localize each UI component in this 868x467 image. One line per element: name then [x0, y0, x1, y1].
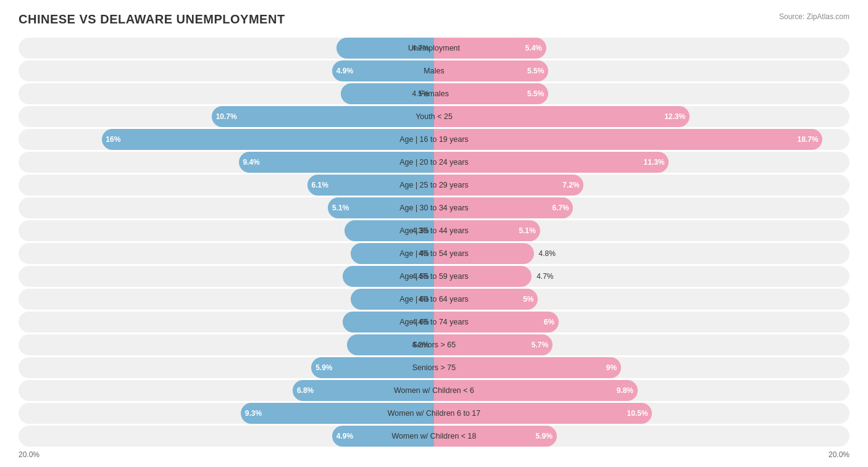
- bar-value-right: 9.8%: [617, 386, 633, 395]
- bar-value-right: 12.3%: [664, 112, 685, 121]
- chart-row: Age | 45 to 54 years4%4.8%: [19, 243, 849, 264]
- chart-row: Age | 65 to 74 years4.4%6%: [19, 312, 849, 333]
- bar-center-label: Seniors > 75: [412, 363, 456, 372]
- chart-header: Chinese vs Delaware Unemployment Source:…: [19, 12, 849, 27]
- bar-value-right: 10.5%: [627, 409, 648, 418]
- bar-right: [434, 357, 621, 378]
- bar-value-left: 9.4%: [243, 158, 259, 167]
- bar-value-right: 4.8%: [536, 249, 556, 258]
- chart-title: Chinese vs Delaware Unemployment: [19, 12, 285, 27]
- bar-value-right: 11.3%: [643, 158, 664, 167]
- bar-center-label: Age | 16 to 19 years: [399, 135, 469, 144]
- bar-value-left: 6.8%: [297, 386, 314, 395]
- bar-value-left: 5.9%: [315, 363, 332, 372]
- chart-row: Women w/ Children < 184.9%5.9%: [19, 426, 849, 447]
- bar-value-left: 4.9%: [336, 67, 353, 75]
- bar-value-left: 4.2%: [412, 341, 432, 349]
- bar-value-right: 5.5%: [527, 89, 544, 98]
- axis-labels: 20.0% 20.0%: [19, 450, 849, 459]
- bar-value-left: 4.4%: [412, 272, 432, 281]
- bar-center-label: Age | 30 to 34 years: [399, 204, 469, 212]
- bar-value-right: 6.7%: [552, 204, 569, 212]
- bar-right: [434, 106, 690, 127]
- bar-center-label: Age | 55 to 59 years: [399, 272, 469, 281]
- chart-row: Women w/ Children 6 to 179.3%10.5%: [19, 403, 849, 424]
- bar-value-right: 9%: [606, 363, 617, 372]
- bar-center-label: Youth < 25: [415, 112, 453, 121]
- chart-row: Age | 16 to 19 years16%18.7%: [19, 129, 849, 150]
- bar-left: [212, 106, 434, 127]
- bar-center-label: Age | 25 to 29 years: [399, 181, 469, 189]
- bar-value-right: 5.4%: [525, 44, 542, 52]
- bar-value-left: 4.7%: [412, 44, 432, 52]
- bar-value-left: 4%: [419, 295, 432, 304]
- bar-center-label: Age | 35 to 44 years: [399, 226, 469, 235]
- axis-left-label: 20.0%: [19, 450, 40, 459]
- chart-row: Unemployment4.7%5.4%: [19, 38, 849, 59]
- bar-value-left: 4.3%: [412, 226, 432, 235]
- chart-container: Chinese vs Delaware Unemployment Source:…: [19, 12, 849, 467]
- chart-row: Seniors > 755.9%9%: [19, 357, 849, 378]
- bar-value-left: 4.5%: [412, 89, 432, 98]
- bar-center-label: Males: [424, 67, 444, 75]
- chart-row: Age | 20 to 24 years9.4%11.3%: [19, 152, 849, 173]
- chart-row: Youth < 2510.7%12.3%: [19, 106, 849, 127]
- bar-value-left: 9.3%: [245, 409, 262, 418]
- chart-row: Females4.5%5.5%: [19, 83, 849, 104]
- bar-value-right: 7.2%: [562, 181, 579, 189]
- bar-value-left: 10.7%: [216, 112, 237, 121]
- axis-right-label: 20.0%: [828, 450, 849, 459]
- bar-value-right: 5%: [523, 295, 533, 304]
- chart-row: Age | 25 to 29 years6.1%7.2%: [19, 175, 849, 196]
- bar-center-label: Women w/ Children 6 to 17: [388, 409, 481, 418]
- bar-right: [434, 129, 822, 150]
- bar-value-right: 5.5%: [527, 67, 544, 75]
- chart-row: Age | 30 to 34 years5.1%6.7%: [19, 197, 849, 218]
- bar-right: [434, 152, 669, 173]
- bar-value-left: 6.1%: [311, 181, 328, 189]
- bar-value-left: 5.1%: [332, 204, 349, 212]
- bar-value-right: 4.7%: [534, 272, 553, 281]
- bar-value-left: 4.9%: [336, 432, 353, 440]
- bar-value-right: 5.7%: [532, 341, 548, 349]
- chart-row: Seniors > 654.2%5.7%: [19, 334, 849, 355]
- bar-value-right: 6%: [544, 318, 554, 326]
- chart-area: Unemployment4.7%5.4%Males4.9%5.5%Females…: [19, 38, 849, 447]
- bar-left: [102, 129, 434, 150]
- chart-row: Males4.9%5.5%: [19, 60, 849, 81]
- bar-value-left: 4.4%: [412, 318, 432, 326]
- bar-center-label: Age | 20 to 24 years: [399, 158, 469, 167]
- bar-value-left: 16%: [106, 135, 120, 144]
- bar-center-label: Age | 65 to 74 years: [399, 318, 469, 326]
- chart-row: Age | 35 to 44 years4.3%5.1%: [19, 220, 849, 241]
- bar-value-right: 5.9%: [535, 432, 552, 440]
- bar-value-right: 5.1%: [519, 226, 536, 235]
- chart-row: Women w/ Children < 66.8%9.8%: [19, 380, 849, 401]
- bar-center-label: Women w/ Children < 18: [392, 432, 477, 440]
- bar-center-label: Age | 45 to 54 years: [399, 249, 469, 258]
- bar-value-left: 4%: [419, 249, 432, 258]
- bar-value-right: 18.7%: [798, 135, 819, 144]
- bar-center-label: Age | 60 to 64 years: [399, 295, 469, 304]
- chart-source: Source: ZipAtlas.com: [779, 12, 849, 21]
- bar-center-label: Women w/ Children < 6: [394, 386, 474, 395]
- chart-row: Age | 60 to 64 years4%5%: [19, 289, 849, 310]
- chart-row: Age | 55 to 59 years4.4%4.7%: [19, 266, 849, 287]
